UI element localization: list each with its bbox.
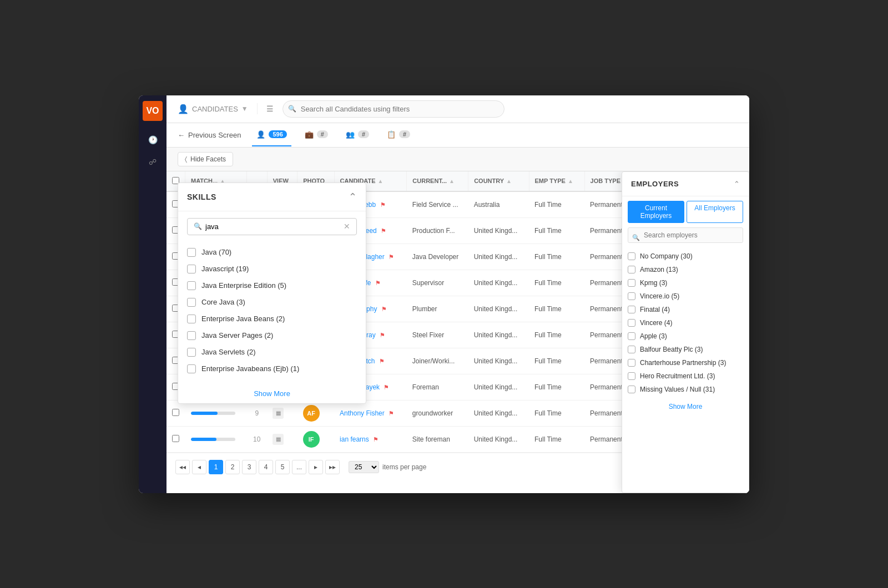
skill-label-jsp: Java Server Pages (2)	[201, 331, 273, 339]
employer-label-vincereio: Vincere.io (5)	[640, 292, 679, 300]
employer-item-vincereio[interactable]: Vincere.io (5)	[628, 290, 743, 303]
skill-label-jee: Java Enterprise Edition (5)	[201, 281, 286, 290]
skill-checkbox-javascript[interactable]	[187, 265, 196, 273]
skill-item-servlets[interactable]: Java Servlets (2)	[187, 344, 357, 361]
employer-item-amazon[interactable]: Amazon (13)	[628, 263, 743, 276]
row-checkbox[interactable]	[172, 409, 179, 416]
row-checkbox[interactable]	[172, 435, 179, 442]
employer-item-finatal[interactable]: Finatal (4)	[628, 303, 743, 316]
items-per-page-select[interactable]: 25 50 100	[349, 461, 379, 473]
employer-checkbox-nocompany[interactable]	[628, 252, 635, 260]
employer-checkbox-amazon[interactable]	[628, 266, 635, 273]
back-label: Previous Screen	[188, 131, 241, 139]
tab-candidates[interactable]: 👤 596	[252, 124, 291, 146]
country: United Kingd...	[468, 217, 529, 244]
page-last-button[interactable]: ▸▸	[325, 460, 340, 474]
skill-checkbox-jee[interactable]	[187, 281, 196, 290]
skill-checkbox-ejb[interactable]	[187, 315, 196, 323]
employers-all-tab[interactable]: All Employers	[687, 201, 743, 223]
skills-search-input[interactable]	[187, 218, 357, 235]
employer-label-missing: Missing Values / Null (31)	[640, 386, 715, 393]
skills-show-more-button[interactable]: Show More	[178, 384, 366, 403]
sidebar: VO 🕐 ☍	[139, 95, 167, 493]
view-icon[interactable]: ▦	[273, 434, 284, 445]
page-3-button[interactable]: 3	[242, 460, 256, 474]
candidate-name-link[interactable]: Anthony Fisher	[340, 409, 385, 417]
page-2-button[interactable]: 2	[225, 460, 240, 474]
employer-item-hero[interactable]: Hero Recruitment Ltd. (3)	[628, 369, 743, 383]
skill-checkbox-java[interactable]	[187, 248, 196, 257]
country: United Kingd...	[468, 348, 529, 374]
employer-item-charterhouse[interactable]: Charterhouse Partnership (3)	[628, 356, 743, 369]
page-next-button[interactable]: ▸	[309, 460, 323, 474]
skill-checkbox-ejb2[interactable]	[187, 364, 196, 373]
skills-clear-icon[interactable]: ✕	[344, 222, 350, 231]
current-job: Plumber	[407, 296, 468, 322]
hide-facets-button[interactable]: 〈 Hide Facets	[178, 152, 233, 166]
skill-item-core-java[interactable]: Core Java (3)	[187, 294, 357, 311]
employer-item-balfour[interactable]: Balfour Beatty Plc (3)	[628, 343, 743, 356]
tab-jobs-icon: 💼	[305, 130, 314, 139]
page-4-button[interactable]: 4	[259, 460, 273, 474]
current-job: groundworker	[407, 400, 468, 426]
back-button[interactable]: ← Previous Screen	[178, 131, 241, 139]
employer-checkbox-hero[interactable]	[628, 372, 635, 380]
search-input[interactable]	[282, 100, 504, 118]
th-emptype-sort-icon: ▲	[568, 178, 573, 184]
employers-search-icon: 🔍	[632, 234, 640, 241]
employers-search-container: 🔍	[622, 227, 749, 247]
employers-search-input[interactable]	[628, 227, 743, 243]
skill-item-jee[interactable]: Java Enterprise Edition (5)	[187, 277, 357, 294]
page-1-button[interactable]: 1	[209, 460, 223, 474]
employer-checkbox-missing[interactable]	[628, 386, 635, 393]
candidate-name-link[interactable]: ian fearns	[340, 435, 369, 443]
page-5-button[interactable]: 5	[275, 460, 290, 474]
skill-checkbox-servlets[interactable]	[187, 348, 196, 357]
employer-checkbox-kpmg[interactable]	[628, 279, 635, 287]
sidebar-icon-history[interactable]: 🕐	[144, 131, 162, 149]
page-first-button[interactable]: ◂◂	[175, 460, 190, 474]
employer-label-apple: Apple (3)	[640, 332, 667, 340]
employers-panel-close-button[interactable]: ⌃	[734, 180, 740, 188]
skills-panel-close-button[interactable]: ⌃	[349, 191, 357, 203]
employer-checkbox-balfour[interactable]	[628, 346, 635, 353]
employer-checkbox-vincereio[interactable]	[628, 292, 635, 300]
tab-contacts[interactable]: 👥 #	[341, 124, 374, 146]
tab-jobs[interactable]: 💼 #	[300, 124, 332, 146]
skill-item-java[interactable]: Java (70)	[187, 244, 357, 261]
employer-checkbox-charterhouse[interactable]	[628, 359, 635, 367]
skill-checkbox-jsp[interactable]	[187, 331, 196, 340]
app-logo[interactable]: VO	[143, 101, 163, 121]
employer-item-missing[interactable]: Missing Values / Null (31)	[628, 383, 743, 396]
sidebar-icon-reports[interactable]: ☍	[144, 153, 162, 171]
tab-placements[interactable]: 📋 #	[382, 124, 415, 146]
employer-item-vincere[interactable]: Vincere (4)	[628, 316, 743, 330]
employer-item-apple[interactable]: Apple (3)	[628, 330, 743, 343]
flag-icon: ⚑	[373, 436, 379, 443]
th-current-sort-icon: ▲	[449, 178, 455, 184]
skill-item-ejb2[interactable]: Enterprise Javabeans (Ejb) (1)	[187, 361, 357, 377]
employer-item-kpmg[interactable]: Kpmg (3)	[628, 276, 743, 290]
view-icon[interactable]: ▦	[273, 408, 284, 419]
employer-checkbox-finatal[interactable]	[628, 306, 635, 313]
skill-item-javascript[interactable]: Javascript (19)	[187, 261, 357, 277]
match-bar-fill	[191, 412, 218, 415]
employer-label-nocompany: No Company (30)	[640, 252, 693, 260]
employer-checkbox-vincere[interactable]	[628, 319, 635, 327]
emp-type: Full Time	[529, 296, 584, 322]
employers-current-tab[interactable]: Current Employers	[628, 201, 684, 223]
employer-item-nocompany[interactable]: No Company (30)	[628, 250, 743, 263]
skill-item-ejb[interactable]: Enterprise Java Beans (2)	[187, 311, 357, 327]
skill-item-jsp[interactable]: Java Server Pages (2)	[187, 327, 357, 344]
skill-checkbox-core-java[interactable]	[187, 298, 196, 307]
skill-label-javascript: Javascript (19)	[201, 265, 249, 273]
filter-icon[interactable]: ☰	[266, 104, 274, 113]
skills-search-icon: 🔍	[194, 222, 202, 230]
employer-checkbox-apple[interactable]	[628, 332, 635, 340]
match-bar-fill	[191, 438, 216, 441]
employer-label-hero: Hero Recruitment Ltd. (3)	[640, 372, 715, 380]
skills-panel-header: SKILLS ⌃	[178, 183, 366, 211]
tab-contacts-badge: #	[358, 130, 369, 138]
page-prev-button[interactable]: ◂	[192, 460, 206, 474]
employers-show-more-button[interactable]: Show More	[622, 398, 749, 415]
